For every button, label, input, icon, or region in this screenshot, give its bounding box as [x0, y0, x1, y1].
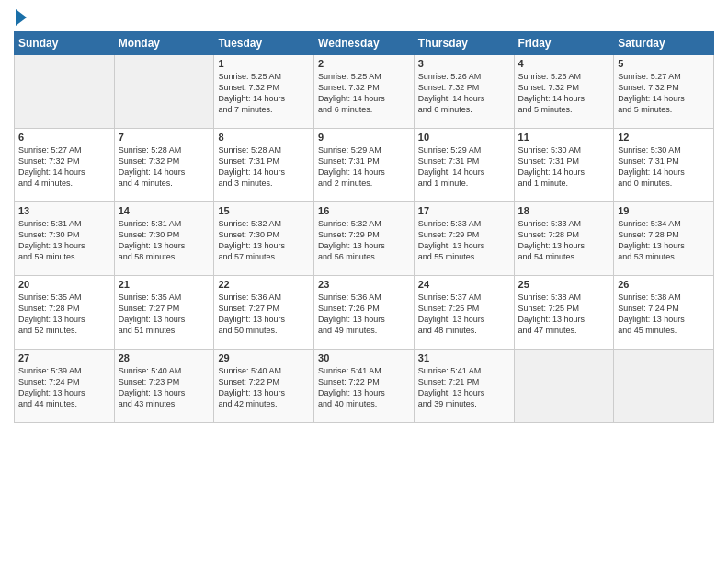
header [14, 9, 714, 24]
cell-content: Sunrise: 5:29 AM Sunset: 7:31 PM Dayligh… [318, 144, 410, 190]
calendar-cell: 1Sunrise: 5:25 AM Sunset: 7:32 PM Daylig… [214, 55, 314, 129]
calendar-cell: 19Sunrise: 5:34 AM Sunset: 7:28 PM Dayli… [614, 202, 714, 276]
day-number: 6 [18, 132, 110, 143]
cell-content: Sunrise: 5:28 AM Sunset: 7:31 PM Dayligh… [218, 144, 310, 190]
calendar-cell: 3Sunrise: 5:26 AM Sunset: 7:32 PM Daylig… [414, 55, 514, 129]
calendar-cell [514, 350, 614, 423]
weekday-saturday: Saturday [614, 32, 714, 55]
page-container: SundayMondayTuesdayWednesdayThursdayFrid… [0, 0, 728, 432]
calendar-cell [15, 55, 115, 129]
calendar-cell: 22Sunrise: 5:36 AM Sunset: 7:27 PM Dayli… [214, 276, 314, 350]
calendar-cell: 12Sunrise: 5:30 AM Sunset: 7:31 PM Dayli… [614, 129, 714, 202]
weekday-header-row: SundayMondayTuesdayWednesdayThursdayFrid… [15, 32, 714, 55]
cell-content: Sunrise: 5:34 AM Sunset: 7:28 PM Dayligh… [618, 218, 710, 263]
weekday-monday: Monday [114, 32, 214, 55]
day-number: 16 [318, 205, 410, 216]
day-number: 3 [418, 58, 510, 69]
day-number: 9 [318, 132, 410, 143]
day-number: 23 [318, 279, 410, 290]
day-number: 17 [418, 205, 510, 216]
calendar-cell: 31Sunrise: 5:41 AM Sunset: 7:21 PM Dayli… [414, 350, 514, 423]
cell-content: Sunrise: 5:36 AM Sunset: 7:26 PM Dayligh… [318, 292, 410, 337]
calendar-week-2: 6Sunrise: 5:27 AM Sunset: 7:32 PM Daylig… [15, 129, 714, 202]
cell-content: Sunrise: 5:38 AM Sunset: 7:24 PM Dayligh… [618, 292, 710, 337]
calendar-week-5: 27Sunrise: 5:39 AM Sunset: 7:24 PM Dayli… [15, 350, 714, 423]
logo [14, 9, 27, 24]
cell-content: Sunrise: 5:32 AM Sunset: 7:29 PM Dayligh… [318, 218, 410, 263]
cell-content: Sunrise: 5:27 AM Sunset: 7:32 PM Dayligh… [18, 144, 110, 190]
day-number: 28 [119, 352, 210, 363]
day-number: 1 [218, 58, 310, 69]
calendar-cell: 14Sunrise: 5:31 AM Sunset: 7:30 PM Dayli… [114, 202, 214, 276]
cell-content: Sunrise: 5:33 AM Sunset: 7:29 PM Dayligh… [418, 218, 510, 263]
cell-content: Sunrise: 5:31 AM Sunset: 7:30 PM Dayligh… [119, 218, 210, 263]
cell-content: Sunrise: 5:38 AM Sunset: 7:25 PM Dayligh… [518, 292, 610, 337]
weekday-thursday: Thursday [414, 32, 514, 55]
cell-content: Sunrise: 5:41 AM Sunset: 7:22 PM Dayligh… [318, 365, 410, 410]
day-number: 4 [518, 58, 610, 69]
day-number: 8 [218, 132, 310, 143]
day-number: 20 [18, 279, 110, 290]
cell-content: Sunrise: 5:41 AM Sunset: 7:21 PM Dayligh… [418, 365, 510, 410]
day-number: 29 [218, 352, 310, 363]
calendar-cell: 10Sunrise: 5:29 AM Sunset: 7:31 PM Dayli… [414, 129, 514, 202]
logo-arrow-icon [16, 9, 27, 26]
day-number: 19 [618, 205, 710, 216]
cell-content: Sunrise: 5:39 AM Sunset: 7:24 PM Dayligh… [18, 365, 110, 410]
cell-content: Sunrise: 5:37 AM Sunset: 7:25 PM Dayligh… [418, 292, 510, 337]
cell-content: Sunrise: 5:33 AM Sunset: 7:28 PM Dayligh… [518, 218, 610, 263]
logo-text [14, 9, 27, 26]
day-number: 15 [218, 205, 310, 216]
calendar-week-4: 20Sunrise: 5:35 AM Sunset: 7:28 PM Dayli… [15, 276, 714, 350]
day-number: 10 [418, 132, 510, 143]
calendar-cell: 6Sunrise: 5:27 AM Sunset: 7:32 PM Daylig… [15, 129, 115, 202]
day-number: 25 [518, 279, 610, 290]
weekday-friday: Friday [514, 32, 614, 55]
calendar-cell: 16Sunrise: 5:32 AM Sunset: 7:29 PM Dayli… [314, 202, 415, 276]
day-number: 7 [119, 132, 210, 143]
calendar-cell: 8Sunrise: 5:28 AM Sunset: 7:31 PM Daylig… [214, 129, 314, 202]
calendar-cell: 30Sunrise: 5:41 AM Sunset: 7:22 PM Dayli… [314, 350, 415, 423]
day-number: 14 [119, 205, 210, 216]
weekday-wednesday: Wednesday [314, 32, 415, 55]
calendar-week-1: 1Sunrise: 5:25 AM Sunset: 7:32 PM Daylig… [15, 55, 714, 129]
cell-content: Sunrise: 5:31 AM Sunset: 7:30 PM Dayligh… [18, 218, 110, 263]
calendar-cell: 21Sunrise: 5:35 AM Sunset: 7:27 PM Dayli… [114, 276, 214, 350]
calendar-cell: 29Sunrise: 5:40 AM Sunset: 7:22 PM Dayli… [214, 350, 314, 423]
calendar-cell: 4Sunrise: 5:26 AM Sunset: 7:32 PM Daylig… [514, 55, 614, 129]
day-number: 18 [518, 205, 610, 216]
calendar-cell [614, 350, 714, 423]
calendar-week-3: 13Sunrise: 5:31 AM Sunset: 7:30 PM Dayli… [15, 202, 714, 276]
calendar-cell: 20Sunrise: 5:35 AM Sunset: 7:28 PM Dayli… [15, 276, 115, 350]
calendar-cell: 18Sunrise: 5:33 AM Sunset: 7:28 PM Dayli… [514, 202, 614, 276]
cell-content: Sunrise: 5:32 AM Sunset: 7:30 PM Dayligh… [218, 218, 310, 263]
day-number: 24 [418, 279, 510, 290]
day-number: 11 [518, 132, 610, 143]
cell-content: Sunrise: 5:25 AM Sunset: 7:32 PM Dayligh… [318, 71, 410, 116]
day-number: 27 [18, 352, 110, 363]
day-number: 2 [318, 58, 410, 69]
cell-content: Sunrise: 5:35 AM Sunset: 7:27 PM Dayligh… [119, 292, 210, 337]
calendar-cell: 27Sunrise: 5:39 AM Sunset: 7:24 PM Dayli… [15, 350, 115, 423]
weekday-tuesday: Tuesday [214, 32, 314, 55]
day-number: 13 [18, 205, 110, 216]
calendar-cell: 13Sunrise: 5:31 AM Sunset: 7:30 PM Dayli… [15, 202, 115, 276]
cell-content: Sunrise: 5:25 AM Sunset: 7:32 PM Dayligh… [218, 71, 310, 116]
cell-content: Sunrise: 5:26 AM Sunset: 7:32 PM Dayligh… [518, 71, 610, 116]
cell-content: Sunrise: 5:27 AM Sunset: 7:32 PM Dayligh… [618, 71, 710, 116]
cell-content: Sunrise: 5:29 AM Sunset: 7:31 PM Dayligh… [418, 144, 510, 190]
calendar-table: SundayMondayTuesdayWednesdayThursdayFrid… [14, 31, 714, 423]
calendar-cell: 15Sunrise: 5:32 AM Sunset: 7:30 PM Dayli… [214, 202, 314, 276]
cell-content: Sunrise: 5:30 AM Sunset: 7:31 PM Dayligh… [618, 144, 710, 190]
calendar-cell: 24Sunrise: 5:37 AM Sunset: 7:25 PM Dayli… [414, 276, 514, 350]
calendar-cell: 7Sunrise: 5:28 AM Sunset: 7:32 PM Daylig… [114, 129, 214, 202]
day-number: 31 [418, 352, 510, 363]
day-number: 26 [618, 279, 710, 290]
cell-content: Sunrise: 5:40 AM Sunset: 7:22 PM Dayligh… [218, 365, 310, 410]
cell-content: Sunrise: 5:26 AM Sunset: 7:32 PM Dayligh… [418, 71, 510, 116]
cell-content: Sunrise: 5:35 AM Sunset: 7:28 PM Dayligh… [18, 292, 110, 337]
cell-content: Sunrise: 5:40 AM Sunset: 7:23 PM Dayligh… [119, 365, 210, 410]
day-number: 21 [119, 279, 210, 290]
cell-content: Sunrise: 5:30 AM Sunset: 7:31 PM Dayligh… [518, 144, 610, 190]
calendar-cell: 25Sunrise: 5:38 AM Sunset: 7:25 PM Dayli… [514, 276, 614, 350]
